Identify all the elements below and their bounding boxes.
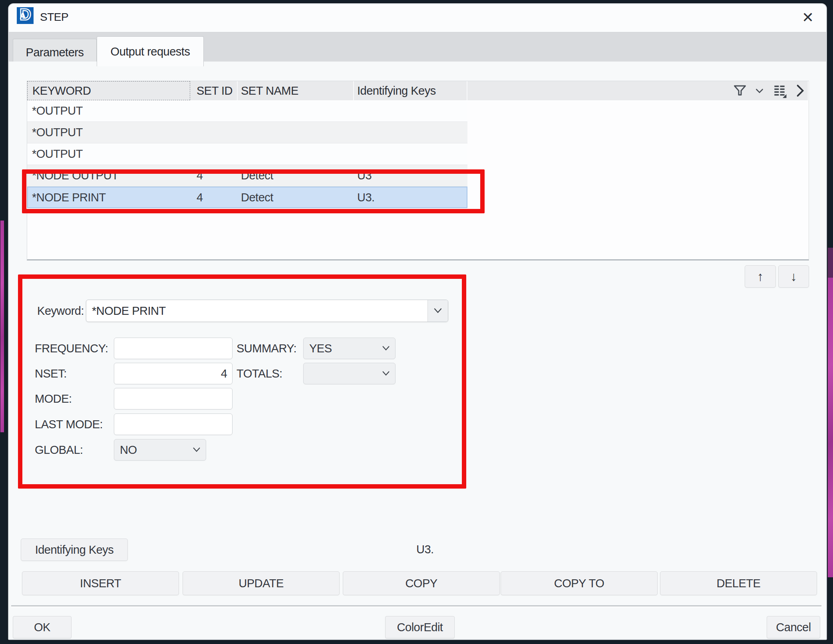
keyword-combobox[interactable]: *NODE PRINT <box>86 300 448 322</box>
column-header-identifying-keys[interactable]: Identifying Keys <box>354 81 467 100</box>
cell-set-id: 4 <box>197 165 203 186</box>
tab-output-requests-label: Output requests <box>111 45 190 58</box>
columns-icon[interactable] <box>772 83 787 98</box>
identifying-keys-value: U3. <box>416 543 434 556</box>
cell-set-name: Detect <box>241 187 273 207</box>
table-row[interactable]: *OUTPUT <box>27 100 467 122</box>
totals-label: TOTALS: <box>237 363 282 384</box>
app-icon-a-glyph: A <box>20 11 26 21</box>
insert-button-label: INSERT <box>80 577 121 590</box>
ok-button-label: OK <box>34 621 50 634</box>
identifying-keys-button[interactable]: Identifying Keys <box>21 539 128 561</box>
identifying-keys-button-label: Identifying Keys <box>35 543 114 557</box>
chevron-down-icon <box>382 345 395 352</box>
column-header-keyword-label: KEYWORD <box>32 84 91 97</box>
tab-output-requests[interactable]: Output requests <box>97 36 204 66</box>
chevron-down-icon[interactable] <box>427 300 448 322</box>
keyword-table: KEYWORD SET ID SET NAME Identifying Keys <box>27 81 809 260</box>
cell-keyword: *OUTPUT <box>32 122 83 143</box>
nset-label: NSET: <box>35 363 67 384</box>
cancel-button[interactable]: Cancel <box>767 616 820 638</box>
column-header-set-name[interactable]: SET NAME <box>238 81 354 100</box>
window-title: STEP <box>40 11 68 24</box>
update-button[interactable]: UPDATE <box>183 571 340 595</box>
column-header-set-id-label: SET ID <box>197 84 233 97</box>
cell-set-id: 4 <box>197 187 203 207</box>
update-button-label: UPDATE <box>239 577 283 590</box>
ok-button[interactable]: OK <box>13 616 72 638</box>
coloredit-button-label: ColorEdit <box>397 621 443 634</box>
copy-to-button-label: COPY TO <box>554 577 604 590</box>
delete-button-label: DELETE <box>717 577 761 590</box>
table-header-toolbar <box>733 81 809 100</box>
summary-select-value: YES <box>309 342 332 355</box>
backdrop-magenta-right <box>827 278 833 577</box>
screen: D A STEP ✕ Parameters Output requests KE… <box>0 0 833 644</box>
cell-keyword: *NODE OUTPUT <box>32 165 118 186</box>
cell-set-name: Detect <box>241 165 273 186</box>
chevron-right-icon[interactable] <box>794 83 806 98</box>
chevron-down-icon <box>192 447 206 453</box>
frequency-label: FREQUENCY: <box>35 338 108 359</box>
cell-keys: U3. <box>357 187 375 207</box>
summary-select[interactable]: YES <box>303 338 396 359</box>
keyword-label: Keyword: <box>25 300 84 322</box>
keyword-combobox-value: *NODE PRINT <box>86 304 166 318</box>
tab-strip: Parameters Output requests <box>9 32 826 65</box>
column-header-set-id[interactable]: SET ID <box>190 81 238 100</box>
frequency-input[interactable] <box>114 338 233 359</box>
cell-keyword: *NODE PRINT <box>32 187 106 207</box>
cancel-button-label: Cancel <box>776 621 811 634</box>
nset-input[interactable] <box>114 363 233 384</box>
cell-keyword: *OUTPUT <box>32 100 83 121</box>
column-header-set-name-label: SET NAME <box>241 84 298 97</box>
close-icon[interactable]: ✕ <box>798 8 817 27</box>
mode-label: MODE: <box>35 388 72 409</box>
global-label: GLOBAL: <box>35 439 83 461</box>
filter-icon[interactable] <box>733 83 747 98</box>
totals-select[interactable] <box>303 363 396 384</box>
cell-keys: U3 <box>357 165 372 186</box>
last-mode-label: LAST MODE: <box>35 413 103 435</box>
copy-to-button[interactable]: COPY TO <box>501 571 658 595</box>
cell-keyword: *OUTPUT <box>32 143 83 165</box>
arrow-down-icon: ↓ <box>791 269 797 284</box>
global-select[interactable]: NO <box>114 439 206 461</box>
insert-button[interactable]: INSERT <box>22 571 179 595</box>
chevron-down-icon[interactable] <box>754 85 765 96</box>
title-bar[interactable]: D A STEP ✕ <box>9 4 826 32</box>
column-header-identifying-keys-label: Identifying Keys <box>357 84 436 97</box>
global-select-value: NO <box>120 443 137 457</box>
footer-divider <box>11 605 821 606</box>
table-row[interactable]: *OUTPUT <box>27 122 467 143</box>
summary-label: SUMMARY: <box>237 338 296 359</box>
table-row-selected[interactable]: *NODE PRINT 4 Detect U3. <box>27 187 467 208</box>
dialog-window: D A STEP ✕ Parameters Output requests KE… <box>8 3 827 640</box>
backdrop-magenta-left <box>0 221 4 432</box>
move-down-button[interactable]: ↓ <box>778 265 809 288</box>
copy-button[interactable]: COPY <box>343 571 500 595</box>
last-mode-input[interactable] <box>114 413 233 435</box>
copy-button-label: COPY <box>405 577 437 590</box>
arrow-up-icon: ↑ <box>757 269 763 284</box>
table-row[interactable]: *NODE OUTPUT 4 Detect U3 <box>27 165 467 187</box>
coloredit-button[interactable]: ColorEdit <box>385 616 455 638</box>
column-header-keyword[interactable]: KEYWORD <box>27 81 190 100</box>
output-requests-panel: KEYWORD SET ID SET NAME Identifying Keys <box>9 62 826 639</box>
app-icon: D A <box>17 7 34 24</box>
chevron-down-icon <box>382 370 395 377</box>
tab-parameters-label: Parameters <box>26 46 84 59</box>
table-row[interactable]: *OUTPUT <box>27 143 467 165</box>
backdrop-purple-right-cap <box>827 248 833 278</box>
delete-button[interactable]: DELETE <box>660 571 817 595</box>
move-up-button[interactable]: ↑ <box>745 265 776 288</box>
mode-input[interactable] <box>114 388 233 409</box>
